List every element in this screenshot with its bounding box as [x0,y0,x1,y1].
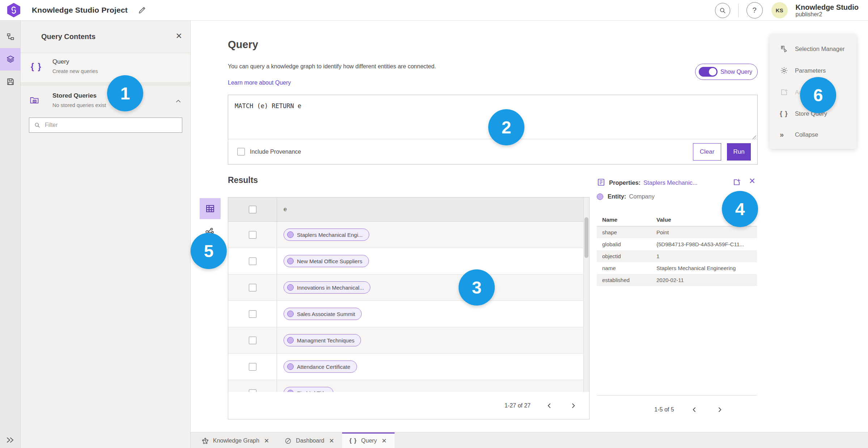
hierarchy-icon [6,33,15,41]
results-page-range: 1-27 of 27 [505,402,531,409]
properties-divider [597,395,757,396]
table-row[interactable]: Attendance Certificate [228,354,589,380]
add-to-new-button[interactable] [732,178,741,187]
entity-pill[interactable]: Innovations in Mechanical... [284,281,370,294]
show-query-toggle[interactable]: Show Query [695,64,758,80]
row-checkbox[interactable] [249,337,256,344]
annotation-badge-2: 2 [488,109,524,145]
stored-queries-subtitle: No stored queries exist [52,102,106,108]
stored-queries-title: Stored Queries [52,92,97,99]
tab-knowledge-graph[interactable]: Knowledge Graph ✕ [194,432,277,448]
select-all-checkbox[interactable] [249,206,256,213]
show-query-label: Show Query [720,69,752,75]
braces-icon: { } [31,62,42,72]
column-header-e: e [277,197,589,221]
annotation-badge-5: 5 [191,233,227,269]
close-properties-button[interactable]: ✕ [749,177,756,185]
query-item-subtitle: Create new queries [52,68,98,74]
row-checkbox[interactable] [249,363,256,371]
user-avatar[interactable]: KS [771,2,788,18]
close-tab-icon[interactable]: ✕ [381,436,387,445]
results-next-page-button[interactable] [568,401,578,411]
entity-pill[interactable]: New Metal Office Suppliers [284,255,369,267]
properties-entity-link[interactable]: Staplers Mechanic... [643,179,697,186]
results-prev-page-button[interactable] [544,401,554,411]
properties-next-page-button[interactable] [715,405,725,415]
entity-type: Company [629,193,655,200]
menu-item-parameters[interactable]: Parameters [770,66,856,75]
knowledge-graph-icon [201,437,209,445]
save-icon [6,77,15,86]
entity-label: Entity: [608,193,626,200]
query-description: You can query a knowledge graph to ident… [228,63,436,70]
properties-prev-page-button[interactable] [689,405,699,415]
query-item[interactable]: { } Query Create new queries [21,53,190,83]
table-row[interactable]: Innovations in Mechanical... [228,274,589,301]
table-scrollbar [583,197,589,393]
include-provenance-checkbox[interactable] [237,148,245,155]
row-checkbox[interactable] [249,231,256,239]
entity-pill[interactable]: Attendance Certificate [284,360,357,373]
clear-button[interactable]: Clear [693,143,721,161]
close-tab-icon[interactable]: ✕ [328,436,335,445]
table-row[interactable]: Managment Techniques [228,327,589,354]
edit-title-button[interactable] [138,6,146,14]
search-button[interactable] [715,3,730,18]
learn-more-link[interactable]: Learn more about Query [228,80,291,86]
menu-item-selection-manager[interactable]: Selection Manager [770,44,856,53]
panel-spacer [21,83,190,86]
editor-footer: Include Provenance Clear Run [228,139,757,164]
menu-item-collapse[interactable]: » Collapse [770,131,856,139]
table-view-button[interactable] [200,198,221,219]
user-username: publisher2 [796,11,859,18]
annotation-badge-1: 1 [107,75,143,111]
property-row: name Staplers Mechanical Engineering [597,262,757,274]
query-contents-header: Query Contents ✕ [21,21,190,53]
toggle-track [699,67,718,77]
results-table-header: e [228,197,589,222]
property-row: objectid 1 [597,250,757,262]
results-pagination: 1-27 of 27 [228,392,589,419]
properties-page-range: 1-5 of 5 [654,406,674,413]
properties-header: Properties: Staplers Mechanic... ✕ [597,177,758,188]
app-logo-icon[interactable] [7,3,21,17]
collapse-stored-queries-button[interactable] [175,98,182,104]
user-display-name: Knowledge Studio [796,3,859,11]
tab-query[interactable]: { } Query ✕ [342,432,395,448]
entity-dot-icon [287,311,294,317]
run-button[interactable]: Run [727,143,751,161]
row-checkbox[interactable] [249,257,256,265]
rail-save-button[interactable] [0,71,21,93]
results-title: Results [228,175,258,185]
scrollbar-thumb[interactable] [584,217,588,258]
close-tab-icon[interactable]: ✕ [263,436,270,445]
user-info[interactable]: Knowledge Studio publisher2 [796,3,859,18]
toggle-knob [709,68,716,76]
filter-input[interactable] [45,122,182,128]
close-panel-button[interactable]: ✕ [176,32,182,40]
query-contents-title: Query Contents [41,33,95,41]
table-row[interactable]: Staplers Mechanical Engi... [228,222,589,248]
annotation-badge-4: 4 [722,191,758,227]
tab-dashboard[interactable]: Dashboard ✕ [277,432,342,448]
rail-hierarchy-button[interactable] [0,26,21,48]
table-row[interactable]: New Metal Office Suppliers [228,248,589,274]
table-row[interactable]: Firebird Title [228,380,589,393]
help-button[interactable]: ? [746,2,763,18]
top-bar: Knowledge Studio Project ? KS Knowledge … [0,0,868,21]
stored-queries-folder-icon [29,95,39,105]
row-checkbox[interactable] [249,310,256,318]
entity-pill[interactable]: Sales Associate Summit [284,308,362,320]
chevron-left-icon [692,407,697,413]
stored-queries-item[interactable]: Stored Queries No stored queries exist [21,86,190,120]
row-checkbox[interactable] [249,284,256,291]
entity-pill[interactable]: Staplers Mechanical Engi... [284,229,369,241]
braces-icon: { } [349,438,357,444]
expand-rail-button[interactable] [0,436,21,444]
rail-layers-button[interactable] [0,48,21,71]
entity-pill[interactable]: Managment Techniques [284,334,361,346]
add-to-new-icon [780,88,788,97]
table-row[interactable]: Sales Associate Summit [228,301,589,327]
include-provenance-label: Include Provenance [250,149,301,155]
table-icon [205,204,215,214]
